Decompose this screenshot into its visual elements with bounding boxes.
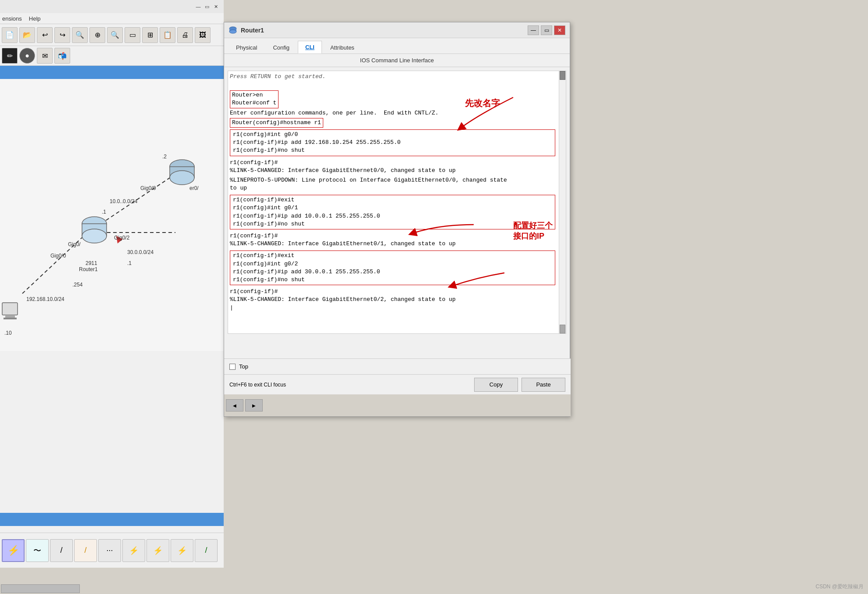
cli-line-4: to up <box>230 184 555 192</box>
cli-line-1: r1(config-if)# <box>230 159 555 167</box>
top-checkbox[interactable] <box>229 364 236 370</box>
cli-area[interactable]: Press RETURN to get started. Router>en R… <box>228 71 566 334</box>
router-tabs: Physical Config CLI Attributes <box>224 38 570 54</box>
cli-line-6: %LINK-5-CHANGED: Interface GigabitEthern… <box>230 240 555 248</box>
tool-lightning-orange[interactable]: ⚡ <box>2 539 25 562</box>
svg-point-8 <box>82 229 107 243</box>
network-svg <box>0 79 224 351</box>
menu-ensions[interactable]: ensions <box>2 15 22 22</box>
undo-btn[interactable]: ↩ <box>37 27 53 43</box>
zoomin-btn[interactable]: 🔍 <box>72 27 88 43</box>
label-er0: er0/ <box>189 185 199 191</box>
toolbar-2: ✏ ● ✉ 📬 <box>0 46 224 66</box>
paste-button[interactable]: Paste <box>522 378 565 392</box>
note-btn[interactable]: 📋 <box>160 27 175 43</box>
mail-btn[interactable]: ✉ <box>37 48 53 64</box>
svg-line-0 <box>101 171 180 224</box>
watermark: CSDN @爱吃辣椒月 <box>815 583 864 590</box>
cli-hint: Ctrl+F6 to exit CLI focus <box>229 382 471 388</box>
tool-lightning-blue[interactable]: ⚡ <box>122 539 145 562</box>
custom-btn[interactable]: 🖼 <box>195 27 211 43</box>
label-point1: .1 <box>102 209 106 215</box>
cli-box-1: Router>en Router#conf t <box>230 90 279 108</box>
blue-footer-bar <box>0 513 224 526</box>
rect-btn[interactable]: ▭ <box>125 27 140 43</box>
print-btn[interactable]: 🖨 <box>177 27 193 43</box>
router-dialog-title: Router1 <box>241 27 528 34</box>
cli-line-3: %LINEPROTO-5-UPDOWN: Line protocol on In… <box>230 176 555 184</box>
label-gig0: Gig0/ <box>68 241 81 247</box>
tab-config[interactable]: Config <box>265 41 297 54</box>
bg-close-btn[interactable]: ✕ <box>211 2 220 11</box>
cli-line-7: r1(config-if)# <box>230 288 555 296</box>
tool-lightning-curved[interactable]: ⚡ <box>171 539 193 562</box>
grid-btn[interactable]: ⊞ <box>142 27 158 43</box>
cli-box-4: r1(config-if)#exit r1(config)#int g0/1 r… <box>230 195 555 229</box>
label-gig00-1: Gig0/0 <box>140 185 156 191</box>
zoomout-btn[interactable]: 🔍 <box>107 27 123 43</box>
redo-btn[interactable]: ↪ <box>54 27 70 43</box>
svg-rect-13 <box>5 315 15 318</box>
svg-point-17 <box>229 30 236 33</box>
open-btn[interactable]: 📂 <box>19 27 35 43</box>
cli-line-enter: Enter configuration commands, one per li… <box>230 109 555 117</box>
svg-rect-12 <box>2 303 18 315</box>
bg-maximize-btn[interactable]: ▭ <box>203 2 211 11</box>
label-net2: 30.0.0.0/24 <box>127 249 154 255</box>
label-gig00-2: Gig0/0 <box>50 253 66 259</box>
tab-attributes[interactable]: Attributes <box>323 41 362 54</box>
label-net3: 192.168.10.0/24 <box>26 296 64 302</box>
cli-cursor[interactable]: | <box>230 304 555 312</box>
copy-button[interactable]: Copy <box>474 378 518 392</box>
svg-point-11 <box>170 171 194 185</box>
top-label: Top <box>239 363 248 370</box>
label-254: .254 <box>72 282 82 288</box>
cli-line-5: r1(config-if)# <box>230 232 555 240</box>
tool-line-cyan[interactable]: 〜 <box>26 539 49 562</box>
tool-dots[interactable]: ··· <box>98 539 121 562</box>
tab-cli[interactable]: CLI <box>298 41 322 54</box>
router-dialog: Router1 — ▭ ✕ Physical Config CLI Attrib… <box>224 22 570 417</box>
tab-physical[interactable]: Physical <box>229 41 264 54</box>
label-10: .10 <box>4 330 12 336</box>
cli-box-2: Router(config)#hostname r1 <box>230 118 323 128</box>
cli-line-press: Press RETURN to get started. <box>230 73 555 81</box>
tool-line-diagonal[interactable]: / <box>74 539 97 562</box>
router-titlebar: Router1 — ▭ ✕ <box>224 22 570 38</box>
router-close-btn[interactable]: ✕ <box>554 25 565 35</box>
cli-box-3: r1(config)#int g0/0 r1(config-if)#ip add… <box>230 129 555 156</box>
cli-header: IOS Command Line Interface <box>224 54 570 67</box>
zoomfit-btn[interactable]: ⊕ <box>89 27 105 43</box>
toolbar-1: 📄 📂 ↩ ↪ 🔍 ⊕ 🔍 ▭ ⊞ 📋 🖨 🖼 <box>0 24 224 46</box>
cli-line-8: %LINK-5-CHANGED: Interface GigabitEthern… <box>230 296 555 304</box>
bg-bottom-scroll <box>0 568 224 594</box>
bg-titlebar: — ▭ ✕ <box>0 0 224 13</box>
tool-line-green[interactable]: / <box>195 539 218 562</box>
new-btn[interactable]: 📄 <box>2 27 18 43</box>
scroll-left-btn[interactable]: ◀ <box>226 399 243 412</box>
label-gig02: Gig0/2 <box>114 235 129 241</box>
menu-help[interactable]: Help <box>29 15 41 22</box>
router-scroll-area: ◀ ▶ <box>224 394 571 416</box>
eraser-btn[interactable]: ● <box>19 48 35 64</box>
router-maximize-btn[interactable]: ▭ <box>541 25 552 35</box>
cli-line-2: %LINK-5-CHANGED: Interface GigabitEthern… <box>230 167 555 175</box>
scroll-right-btn[interactable]: ▶ <box>245 399 263 412</box>
mailopen-btn[interactable]: 📬 <box>54 48 70 64</box>
label-point1b: .1 <box>127 260 132 266</box>
bg-menubar: ensions Help <box>0 13 224 24</box>
bg-minimize-btn[interactable]: — <box>194 2 203 11</box>
label-point2: .2 <box>162 154 167 160</box>
router-minimize-btn[interactable]: — <box>528 25 539 35</box>
tool-lightning-red[interactable]: ⚡ <box>146 539 169 562</box>
bottom-toolbar: ⚡ 〜 / / ··· ⚡ ⚡ ⚡ / <box>0 533 224 568</box>
router-icon <box>229 26 237 35</box>
label-net1: 10.0..0.0/24 <box>110 198 137 204</box>
tool-line-white[interactable]: / <box>50 539 73 562</box>
cli-box-5: r1(config-if)#exit r1(config)#int g0/2 r… <box>230 250 555 285</box>
router-bottom-bar: Ctrl+F6 to exit CLI focus Copy Paste <box>224 374 571 394</box>
label-router1: Router1 <box>79 266 98 272</box>
pencil-btn[interactable]: ✏ <box>2 48 18 64</box>
cli-scrollbar[interactable] <box>559 71 566 333</box>
label-2911: 2911 <box>86 260 97 266</box>
